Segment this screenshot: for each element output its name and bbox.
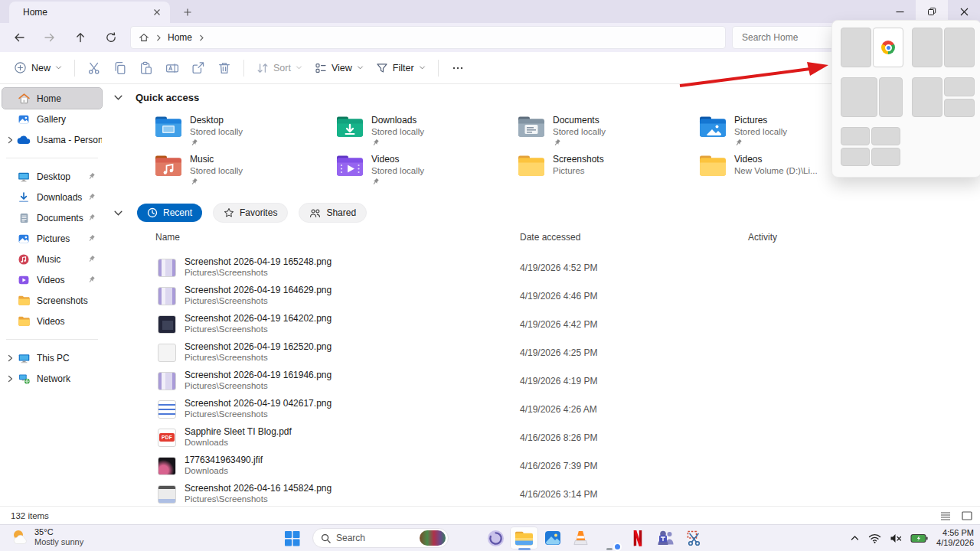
- file-thumbnail: [158, 344, 176, 362]
- taskbar-app-teams[interactable]: [652, 527, 680, 549]
- new-tab-button[interactable]: [181, 5, 194, 19]
- share-icon[interactable]: [185, 57, 211, 80]
- chevron-right-icon[interactable]: [4, 375, 16, 383]
- forward-icon[interactable]: [38, 26, 61, 49]
- cut-icon[interactable]: [81, 57, 107, 80]
- file-row[interactable]: PDFSapphire Sleet TI Blog.pdfDownloads4/…: [104, 423, 980, 452]
- file-row[interactable]: Screenshot 2026-04-19 162520.pngPictures…: [104, 338, 980, 367]
- file-row[interactable]: Screenshot 2026-04-16 145824.pngPictures…: [104, 480, 980, 507]
- file-row[interactable]: 1776341963490.jfifDownloads4/16/2026 7:3…: [104, 452, 980, 480]
- rename-icon[interactable]: [159, 57, 185, 80]
- snap-zone[interactable]: [871, 148, 900, 166]
- home-icon[interactable]: [139, 32, 149, 43]
- sidebar-item-videos[interactable]: Videos: [2, 269, 102, 290]
- chevron-right-icon[interactable]: [4, 136, 16, 144]
- sort-button[interactable]: Sort: [250, 57, 309, 79]
- file-row[interactable]: Screenshot 2026-04-19 042617.pngPictures…: [104, 395, 980, 423]
- sidebar-item-pictures[interactable]: Pictures: [2, 228, 102, 249]
- back-icon[interactable]: [8, 26, 31, 49]
- sidebar-item-desktop[interactable]: Desktop: [2, 166, 102, 187]
- clock[interactable]: 4:56 PM 4/19/2026: [936, 528, 974, 548]
- quick-access-tile-downloads[interactable]: DownloadsStored locally: [335, 113, 517, 152]
- taskbar-app-vlc[interactable]: [567, 527, 595, 549]
- snap-zone[interactable]: [841, 148, 870, 166]
- breadcrumb[interactable]: Home: [130, 26, 726, 49]
- file-row[interactable]: Screenshot 2026-04-19 164202.pngPictures…: [104, 310, 980, 338]
- details-view-icon[interactable]: [939, 509, 952, 523]
- volume-muted-icon[interactable]: [890, 533, 902, 543]
- chevron-right-icon[interactable]: [198, 34, 204, 41]
- collapse-chevron-icon[interactable]: [113, 208, 123, 218]
- taskbar-app-snipping-tool[interactable]: [680, 527, 708, 549]
- battery-icon[interactable]: [910, 533, 928, 543]
- file-row[interactable]: Screenshot 2026-04-19 165248.pngPictures…: [104, 253, 980, 282]
- quick-access-tile-screenshots[interactable]: ScreenshotsPictures: [517, 152, 698, 191]
- taskbar-app-copilot[interactable]: [453, 527, 482, 549]
- delete-icon[interactable]: [211, 57, 237, 80]
- snap-zone[interactable]: [841, 28, 871, 67]
- more-icon[interactable]: [445, 57, 471, 80]
- quick-access-tile-music[interactable]: MusicStored locally: [154, 152, 335, 191]
- sidebar-item-documents[interactable]: Documents: [2, 207, 102, 228]
- snap-zone[interactable]: [871, 127, 900, 145]
- snap-zone[interactable]: [912, 77, 942, 117]
- refresh-icon[interactable]: [100, 26, 122, 49]
- snap-zone[interactable]: [879, 77, 903, 117]
- sidebar-item-this-pc[interactable]: This PC: [2, 347, 102, 368]
- tab-home[interactable]: Home: [9, 2, 170, 23]
- column-header-date-accessed[interactable]: Date accessed: [520, 232, 580, 243]
- sidebar-item-videos[interactable]: Videos: [2, 311, 102, 331]
- snap-zone[interactable]: [912, 28, 942, 67]
- taskbar-app-photos[interactable]: [538, 527, 567, 549]
- large-icons-view-icon[interactable]: [960, 509, 974, 523]
- sidebar-item-gallery[interactable]: Gallery: [2, 109, 102, 129]
- snap-zone[interactable]: [873, 28, 903, 67]
- column-header-activity[interactable]: Activity: [748, 232, 777, 243]
- taskbar-app-chrome[interactable]: [595, 527, 623, 549]
- snap-zone[interactable]: [841, 127, 870, 145]
- taskbar-search[interactable]: Search: [312, 528, 449, 548]
- filter-pill-recent[interactable]: Recent: [137, 204, 202, 222]
- chevron-up-icon[interactable]: [850, 534, 860, 542]
- system-tray: 4:56 PM 4/19/2026: [850, 525, 974, 551]
- sidebar-item-usama-personal[interactable]: Usama - Personal: [2, 129, 102, 150]
- file-thumbnail: [158, 485, 176, 504]
- snap-zone[interactable]: [841, 77, 877, 117]
- taskbar-app-netflix[interactable]: [623, 527, 652, 549]
- filter-pill-favorites[interactable]: Favorites: [213, 203, 288, 223]
- search-highlight-image[interactable]: [420, 530, 446, 546]
- weather-widget[interactable]: 35°C Mostly sunny: [11, 527, 83, 547]
- snap-zone[interactable]: [944, 99, 975, 118]
- file-row[interactable]: Screenshot 2026-04-19 164629.pngPictures…: [104, 282, 980, 310]
- sidebar-item-home[interactable]: Home: [2, 88, 102, 109]
- tab-close-icon[interactable]: [150, 5, 164, 19]
- new-button[interactable]: New: [8, 57, 68, 79]
- column-header-name[interactable]: Name: [155, 232, 180, 243]
- snap-zone[interactable]: [944, 77, 975, 96]
- paste-icon[interactable]: [133, 57, 159, 80]
- sidebar-item-music[interactable]: Music: [2, 249, 102, 269]
- view-button[interactable]: View: [309, 57, 370, 79]
- file-row[interactable]: Screenshot 2026-04-19 161946.pngPictures…: [104, 367, 980, 395]
- breadcrumb-item[interactable]: Home: [168, 32, 192, 43]
- wifi-icon[interactable]: [868, 533, 881, 543]
- sidebar-item-network[interactable]: Network: [2, 368, 102, 389]
- chevron-right-icon[interactable]: [4, 354, 16, 362]
- quick-access-tile-desktop[interactable]: DesktopStored locally: [154, 113, 335, 152]
- sidebar-item-downloads[interactable]: Downloads: [2, 187, 102, 207]
- sidebar-item-label: Music: [37, 254, 87, 265]
- filter-button[interactable]: Filter: [370, 57, 432, 79]
- start-button[interactable]: [283, 529, 302, 548]
- taskbar-app-file-explorer[interactable]: [510, 527, 538, 549]
- quick-access-tile-documents[interactable]: DocumentsStored locally: [517, 113, 698, 152]
- collapse-chevron-icon[interactable]: [113, 93, 123, 103]
- taskbar-app-bittorrent[interactable]: [482, 527, 510, 549]
- filter-pill-shared[interactable]: Shared: [299, 203, 367, 223]
- pin-icon: [190, 139, 243, 148]
- quick-access-tile-videos[interactable]: VideosStored locally: [335, 152, 517, 191]
- up-icon[interactable]: [69, 26, 92, 49]
- copy-icon[interactable]: [107, 57, 133, 80]
- downloads-icon: [16, 191, 31, 204]
- snap-zone[interactable]: [944, 28, 975, 67]
- sidebar-item-screenshots[interactable]: Screenshots: [2, 290, 102, 311]
